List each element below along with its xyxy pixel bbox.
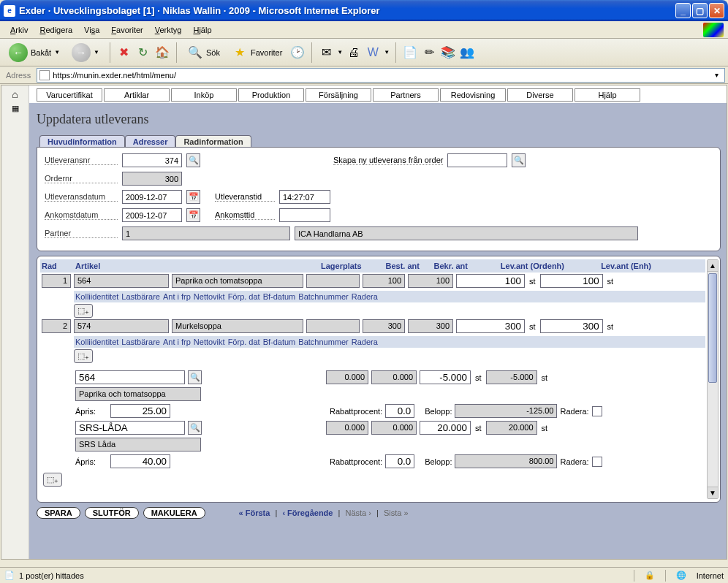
extra-art-lookup-icon[interactable]: 🔍: [188, 370, 202, 384]
apris-input[interactable]: [110, 454, 170, 468]
utleveransnr-lookup-icon[interactable]: 🔍: [186, 153, 200, 167]
window-maximize-button[interactable]: ▢: [692, 3, 708, 18]
menu-varucertifikat[interactable]: Varucertifikat: [37, 88, 102, 102]
menu-diverse[interactable]: Diverse: [507, 88, 573, 102]
extra-art-input[interactable]: [75, 370, 185, 384]
utlevtid-input[interactable]: [279, 190, 330, 204]
address-url: https://munin.exder.net/html/menu/: [53, 71, 708, 80]
refresh-icon[interactable]: ↻: [135, 45, 151, 61]
sh-radera: Radera: [352, 338, 378, 346]
utlevtid-label: Utleveranstid: [215, 192, 275, 202]
utlevdatum-calendar-icon[interactable]: 📅: [186, 190, 200, 204]
bekr-ant: 100: [408, 274, 453, 288]
app-left-toolbar: ⌂ ▦: [1, 85, 29, 559]
slutfor-button[interactable]: SLUTFÖR: [85, 507, 139, 519]
barcode-icon[interactable]: ⬚₊: [43, 473, 62, 487]
apris-input[interactable]: [110, 404, 170, 418]
sh-batch: Batchnummer: [298, 338, 348, 346]
menu-inkop[interactable]: Inköp: [171, 88, 237, 102]
menu-verktyg[interactable]: Verktyg: [149, 23, 188, 37]
home-icon[interactable]: 🏠: [154, 45, 170, 61]
spara-button[interactable]: SPARA: [37, 507, 80, 519]
menu-visa[interactable]: Visa: [78, 23, 105, 37]
tab-adresser[interactable]: Adresser: [125, 135, 176, 148]
menu-produktion[interactable]: Produktion: [238, 88, 304, 102]
pager-first[interactable]: « Första: [239, 508, 270, 517]
menu-favoriter[interactable]: Favoriter: [105, 23, 148, 37]
app-home-icon[interactable]: ⌂: [12, 88, 18, 100]
messenger-icon[interactable]: 👥: [459, 45, 475, 61]
page-icon: [39, 70, 50, 80]
history-icon[interactable]: 🕑: [289, 45, 306, 61]
window-close-button[interactable]: ✕: [709, 3, 724, 18]
window-minimize-button[interactable]: _: [675, 3, 691, 18]
menu-hjalp[interactable]: Hjälp: [575, 88, 640, 102]
pager-last[interactable]: Sista »: [384, 508, 409, 517]
forward-button[interactable]: →▼: [67, 40, 104, 65]
menu-partners[interactable]: Partners: [373, 88, 439, 102]
edit-dropdown[interactable]: ▼: [384, 49, 390, 56]
rabatt-input[interactable]: [385, 454, 414, 468]
lev-enh-input[interactable]: [540, 274, 603, 288]
edit-icon[interactable]: W: [365, 45, 381, 61]
menu-arkiv[interactable]: AArkivrkiv: [4, 23, 34, 37]
print-icon[interactable]: 🖨: [346, 45, 362, 61]
utlevdatum-input[interactable]: [122, 190, 182, 204]
tab-huvudinformation[interactable]: Huvudinformation: [39, 135, 125, 148]
menu-artiklar[interactable]: Artiklar: [104, 88, 170, 102]
skapa-input[interactable]: [447, 153, 507, 167]
anktid-input[interactable]: [279, 208, 330, 222]
back-button[interactable]: ←Bakåt ▼: [4, 40, 64, 65]
scroll-up-icon[interactable]: ▲: [708, 260, 718, 272]
menu-hjalp[interactable]: Hjälp: [187, 23, 217, 37]
menu-redigera[interactable]: Redigera: [34, 23, 78, 37]
mail-icon[interactable]: ✉: [318, 45, 334, 61]
lev-ordenh-input[interactable]: [456, 319, 525, 333]
extra-row-desc: SRS Låda: [74, 436, 705, 453]
menu-forsaljning[interactable]: Försäljning: [306, 88, 371, 102]
extra-lo-input[interactable]: [420, 370, 471, 384]
lev-ordenh-input[interactable]: [456, 274, 525, 288]
pager-prev[interactable]: ‹ Föregående: [282, 508, 333, 517]
research-icon[interactable]: 📚: [440, 45, 456, 61]
expand-row-icon[interactable]: ⬚₊: [74, 349, 93, 363]
hdr-lagerplats[interactable]: Lagerplats: [321, 262, 374, 270]
expand-row-icon[interactable]: ⬚₊: [74, 304, 93, 318]
vertical-scrollbar[interactable]: ▲ ▼: [707, 259, 718, 499]
ie-toolbar: ←Bakåt ▼ →▼ ✖ ↻ 🏠 🔍Sök ★Favoriter 🕑 ✉▼ 🖨…: [0, 39, 728, 66]
extra-lo-input[interactable]: [420, 421, 471, 435]
menu-redovisning[interactable]: Redovisning: [440, 88, 506, 102]
address-dropdown[interactable]: ▾: [710, 71, 722, 79]
scrollbar-thumb[interactable]: [708, 273, 717, 383]
hdr-lev-ordenh: Lev.ant (Ordenh): [471, 262, 564, 270]
lev-enh-input[interactable]: [540, 319, 603, 333]
tab-radinformation[interactable]: Radinformation: [175, 135, 251, 148]
utleveransnr-input[interactable]: [122, 153, 182, 167]
search-button[interactable]: 🔍Sök: [183, 42, 224, 64]
extra-row-desc: Paprika och tomatsoppa: [74, 386, 705, 403]
pager-next[interactable]: Nästa ›: [345, 508, 371, 517]
hdr-rad[interactable]: Rad: [42, 262, 72, 270]
extra-art-input[interactable]: [75, 421, 185, 435]
scroll-down-icon[interactable]: ▼: [708, 487, 718, 498]
address-input[interactable]: https://munin.exder.net/html/menu/ ▾: [37, 68, 725, 83]
ankdatum-input[interactable]: [122, 208, 182, 222]
ie-menubar: AArkivrkiv Redigera Visa Favoriter Verkt…: [0, 21, 728, 39]
radera-checkbox[interactable]: [592, 406, 602, 416]
rabatt-input[interactable]: [385, 404, 414, 418]
sub-header: Kolliidentitet Lastbärare Ant i frp Nett…: [74, 291, 705, 302]
unit: st: [606, 322, 615, 331]
stop-icon[interactable]: ✖: [116, 45, 132, 61]
notes-icon[interactable]: 📄: [402, 45, 418, 61]
makulera-button[interactable]: MAKULERA: [143, 507, 205, 519]
favorites-button[interactable]: ★Favoriter: [227, 42, 287, 64]
sh-netto: Nettovikt: [194, 338, 225, 346]
extra-art-lookup-icon[interactable]: 🔍: [188, 421, 202, 435]
mail-dropdown[interactable]: ▼: [337, 49, 343, 56]
unit: st: [528, 322, 537, 331]
ankdatum-calendar-icon[interactable]: 📅: [186, 208, 200, 222]
skapa-lookup-icon[interactable]: 🔍: [512, 153, 526, 167]
highlight-icon[interactable]: ✏: [421, 45, 437, 61]
radera-checkbox[interactable]: [592, 457, 602, 467]
app-grid-icon[interactable]: ▦: [12, 104, 19, 113]
